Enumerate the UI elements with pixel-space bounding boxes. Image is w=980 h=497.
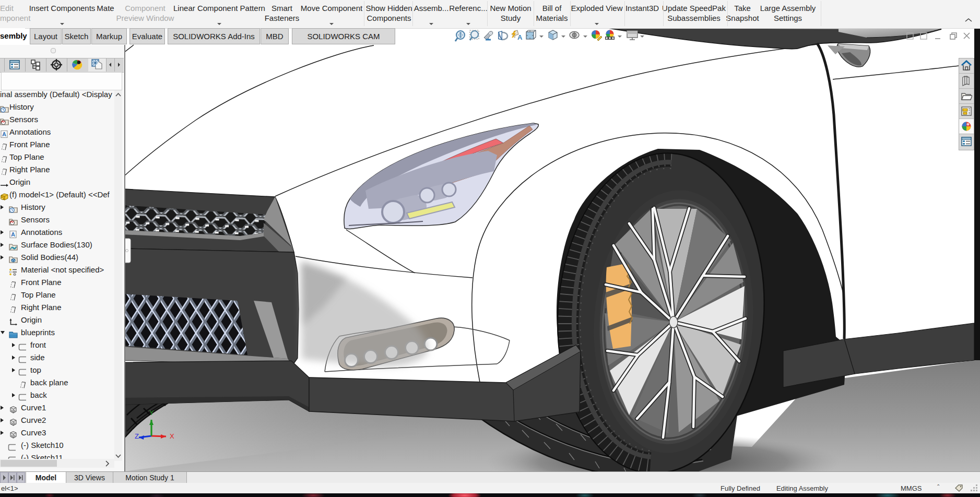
svg-text:A: A bbox=[11, 231, 15, 238]
svg-text:A: A bbox=[517, 33, 523, 41]
svg-text:Z: Z bbox=[135, 432, 139, 440]
svg-text:X: X bbox=[170, 432, 174, 440]
svg-text:A: A bbox=[2, 131, 6, 137]
svg-text:Y: Y bbox=[149, 409, 154, 417]
